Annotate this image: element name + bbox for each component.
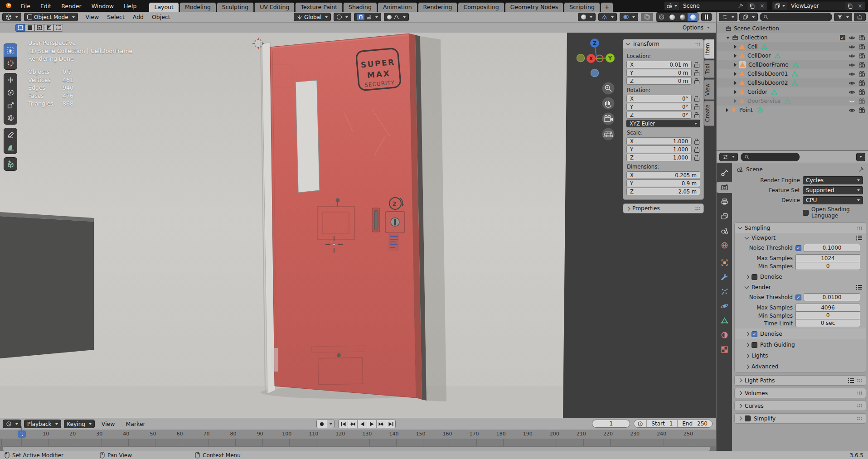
tab-scripting[interactable]: Scripting (564, 2, 600, 12)
scene-name-field[interactable]: Scene (679, 1, 747, 10)
panel-grip[interactable] (857, 391, 862, 395)
start-frame-field[interactable]: Start 1 (646, 420, 677, 427)
outliner-editor-type-button[interactable] (719, 13, 737, 21)
outliner-row-point[interactable]: Point (717, 106, 868, 115)
shading-wireframe-button[interactable] (656, 13, 667, 21)
simplify-checkbox[interactable] (745, 416, 751, 421)
lock-scale-x[interactable] (693, 138, 700, 145)
panel-grip[interactable] (695, 43, 700, 46)
tool-cursor[interactable] (4, 57, 17, 69)
tool-rotate[interactable] (4, 86, 17, 99)
light-paths-panel[interactable]: Light Paths (734, 375, 866, 386)
viewport-menu-view[interactable]: View (82, 14, 103, 20)
hide-eye-icon[interactable] (849, 62, 855, 68)
add-workspace-button[interactable]: + (601, 2, 613, 12)
menu-window[interactable]: Window (87, 0, 119, 12)
n-tab-create[interactable]: Create (704, 101, 714, 126)
panel-grip[interactable] (857, 379, 862, 382)
outliner-row-coridor[interactable]: Coridor (717, 87, 868, 97)
viewport-max-samples-field[interactable]: 1024 (795, 254, 860, 262)
render-denoise-row[interactable]: ✓ Denoise (735, 329, 866, 339)
osl-checkbox[interactable] (803, 210, 809, 216)
outliner-row-doorservice-hidden[interactable]: DoorService (717, 97, 868, 106)
viewlayer-copy-button[interactable] (845, 1, 855, 10)
xray-toggle[interactable] (620, 13, 638, 21)
snap-toggle[interactable] (357, 14, 364, 20)
viewport-menu-object[interactable]: Object (148, 14, 175, 20)
location-y-field[interactable]: Y0 m (626, 69, 692, 77)
rotation-mode-dropdown[interactable]: XYZ Euler (626, 120, 700, 127)
viewport-noise-threshold-checkbox[interactable]: ✓ (795, 245, 801, 251)
menu-edit[interactable]: Edit (35, 0, 56, 12)
gizmo-neg-z[interactable] (591, 69, 599, 77)
ptab-output[interactable] (717, 196, 732, 208)
render-noise-threshold-field[interactable]: 0.0100 (804, 293, 860, 301)
render-camera-icon[interactable] (858, 53, 865, 59)
hidden-eye-closed-icon[interactable] (849, 98, 855, 105)
tab-compositing[interactable]: Compositing (458, 2, 504, 12)
path-guiding-row[interactable]: Path Guiding (735, 339, 866, 350)
outliner-display-mode-button[interactable] (739, 13, 758, 21)
hide-eye-icon[interactable] (849, 89, 855, 96)
timeline-menu-marker[interactable]: Marker (122, 420, 150, 427)
collection-checkbox[interactable]: ✓ (840, 35, 845, 40)
viewlayer-browse-button[interactable] (772, 1, 787, 10)
select-mode-invert[interactable] (44, 24, 53, 32)
expand-icon[interactable] (734, 45, 737, 48)
transform-orientation-selector[interactable]: Global (294, 13, 331, 21)
ptab-object-data[interactable] (717, 315, 732, 326)
gizmo-neg-x[interactable] (577, 54, 585, 62)
n-tab-item[interactable]: Item (704, 39, 714, 59)
ptab-scene[interactable] (717, 225, 732, 237)
render-camera-icon[interactable] (858, 80, 865, 87)
panel-grip[interactable] (857, 417, 862, 420)
next-keyframe-button[interactable] (377, 420, 386, 428)
tool-annotate[interactable] (4, 128, 17, 141)
snap-controls[interactable] (354, 13, 381, 21)
path-guiding-checkbox[interactable] (752, 342, 757, 348)
render-camera-icon[interactable] (858, 98, 865, 105)
n-tab-tool[interactable]: Tool (704, 60, 714, 78)
hide-eye-icon[interactable] (849, 34, 855, 41)
viewport-canvas[interactable]: SUPER MAX SECURITY 2 (0, 33, 716, 418)
jump-to-start-button[interactable] (339, 420, 348, 428)
feature-set-dropdown[interactable]: Supported (803, 186, 863, 194)
tool-measure[interactable] (4, 141, 17, 154)
tool-options-dropdown[interactable]: Options (683, 24, 710, 31)
expand-icon[interactable] (734, 63, 737, 67)
tab-rendering[interactable]: Rendering (418, 2, 458, 12)
lock-scale-z[interactable] (693, 155, 700, 161)
outliner-row-cell[interactable]: Cell (717, 42, 868, 51)
outliner-filter-button[interactable] (834, 13, 852, 21)
select-mode-intersect[interactable] (53, 24, 63, 32)
select-mode-subtract[interactable] (34, 24, 44, 32)
properties-panel-collapsed[interactable]: Properties (623, 204, 703, 213)
editor-type-button[interactable] (2, 13, 21, 21)
jump-to-end-button[interactable] (386, 420, 395, 428)
scene-unlink-button[interactable]: × (757, 1, 767, 10)
scale-x-field[interactable]: X1.000 (626, 137, 692, 145)
lock-rotation-x[interactable] (693, 96, 700, 102)
tab-animation[interactable]: Animation (378, 2, 417, 12)
tab-shading[interactable]: Shading (343, 2, 377, 12)
rotation-z-field[interactable]: Z0° (626, 111, 692, 119)
lock-location-z[interactable] (693, 78, 700, 84)
render-camera-icon[interactable] (858, 107, 865, 114)
preset-menu-icon[interactable] (856, 236, 862, 240)
hide-eye-icon[interactable] (849, 43, 855, 50)
show-gizmo-button[interactable] (578, 13, 596, 21)
scene-copy-button[interactable] (747, 1, 757, 10)
perspective-toggle-button[interactable] (602, 128, 615, 140)
lock-rotation-y[interactable] (693, 104, 700, 110)
proportional-editing-controls[interactable] (384, 13, 409, 21)
viewlayer-name-field[interactable]: ViewLayer (787, 1, 845, 10)
ptab-object[interactable] (717, 257, 732, 268)
scale-y-field[interactable]: Y1.000 (626, 145, 692, 153)
playback-menu[interactable]: Playback (24, 420, 61, 428)
ptab-world[interactable] (717, 240, 732, 251)
hide-eye-icon[interactable] (849, 80, 855, 87)
properties-editor-type-button[interactable] (719, 153, 738, 161)
render-camera-icon[interactable] (858, 43, 865, 50)
lock-location-y[interactable] (693, 70, 700, 76)
pin-icon[interactable] (737, 3, 743, 9)
